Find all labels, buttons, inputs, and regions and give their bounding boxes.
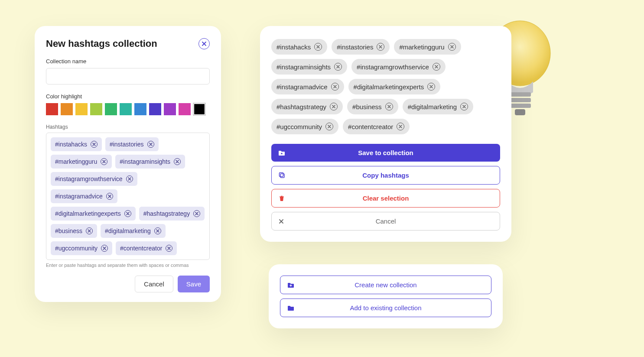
folder-star-icon [278,149,285,156]
copy-hashtags-button[interactable]: Copy hashtags [271,166,500,185]
hashtag-text: #instagraminsights [276,63,331,71]
svg-rect-2 [509,98,531,102]
remove-tag-button[interactable] [331,83,339,91]
hashtag-text: #instagramgrowthservice [357,63,429,71]
selected-hashtag-chip: #ugccommunity [271,119,338,134]
hashtag-text: #business [352,103,382,110]
remove-tag-button[interactable] [448,43,456,51]
selected-hashtag-chip: #instastories [332,39,390,55]
remove-tag-button[interactable] [330,103,338,110]
remove-tag-button[interactable] [433,63,440,71]
name-label: Collection name [46,58,210,65]
remove-tag-button[interactable] [101,245,108,252]
color-swatch[interactable] [179,103,191,115]
collection-name-input[interactable] [46,68,210,84]
save-to-collection-button[interactable]: Save to collection [271,144,500,162]
hashtag-text: #instagramadvice [55,193,103,200]
remove-tag-button[interactable] [377,43,384,51]
hashtag-text: #digitalmarketing [408,103,457,110]
clear-selection-button[interactable]: Clear selection [271,189,500,208]
svg-rect-6 [280,173,283,177]
selected-hashtag-chip: #marketingguru [394,39,461,55]
hashtag-text: #digitalmarketingexperts [55,210,121,217]
remove-tag-button[interactable] [314,43,322,51]
add-to-collection-button[interactable]: Add to existing collection [280,299,491,317]
color-swatch[interactable] [46,103,58,115]
hashtag-text: #hashtagstrategy [276,103,326,110]
selected-hashtag-chip: #hashtagstrategy [271,99,343,114]
hashtag-chip: #digitalmarketing [101,224,166,238]
collection-choice-panel: Create new collection Add to existing co… [269,264,503,328]
create-collection-button[interactable]: Create new collection [280,276,491,294]
svg-rect-4 [515,109,525,115]
selected-hashtag-chip: #instagramadvice [271,79,344,94]
remove-tag-button[interactable] [106,193,113,200]
hashtag-chip: #marketingguru [51,155,112,169]
svg-rect-7 [280,196,284,197]
color-swatch[interactable] [90,103,102,115]
folder-plus-icon [287,282,294,289]
copy-icon [279,172,285,178]
remove-tag-button[interactable] [124,210,131,217]
selection-panel: #instahacks#instastories#marketingguru#i… [260,26,511,242]
hashtag-text: #marketingguru [55,158,97,165]
remove-tag-button[interactable] [385,103,393,110]
svg-rect-8 [281,196,283,197]
color-swatch[interactable] [194,104,205,114]
selected-hashtag-chip: #digitalmarketingexperts [348,79,441,94]
hashtag-chip: #instagramadvice [51,189,117,203]
hashtag-text: #hashtagstrategy [143,210,190,217]
remove-tag-button[interactable] [427,83,435,91]
hashtag-text: #instagraminsights [120,158,170,165]
hashtag-text: #instahacks [55,141,87,148]
remove-tag-button[interactable] [166,245,172,252]
hashtag-text: #digitalmarketingexperts [354,83,424,91]
hashtag-text: #instastories [110,141,144,148]
remove-tag-button[interactable] [397,123,404,130]
selected-hashtag-chip: #business [347,99,398,114]
remove-tag-button[interactable] [101,158,107,165]
hashtag-text: #instahacks [276,43,311,51]
color-swatch[interactable] [134,103,146,115]
hashtag-chip: #contentcreator [116,241,177,255]
remove-tag-button[interactable] [193,210,200,217]
hashtag-text: #marketingguru [399,43,444,51]
selected-hashtag-chip: #instagraminsights [271,59,347,75]
color-swatch[interactable] [164,103,176,115]
save-button[interactable]: Save [178,276,210,292]
hashtag-chip: #instahacks [51,137,102,151]
color-swatch[interactable] [149,103,161,115]
svg-rect-3 [509,104,531,108]
hashtag-text: #business [55,227,82,234]
hashtag-text: #instagramgrowthservice [55,175,123,182]
color-swatch[interactable] [105,103,117,115]
new-collection-modal: New hashtags collection Collection name … [35,26,221,302]
hashtags-input-area[interactable]: #instahacks#instastories#marketingguru#i… [46,133,210,260]
remove-tag-button[interactable] [334,63,342,71]
color-label: Color highlight [46,93,210,100]
selected-hashtag-chip: #instahacks [271,39,327,55]
remove-tag-button[interactable] [174,158,181,165]
remove-tag-button[interactable] [86,227,93,234]
remove-tag-button[interactable] [91,141,98,148]
remove-tag-button[interactable] [147,141,154,148]
hashtag-chip: #instagramgrowthservice [51,172,137,186]
hashtags-label: Hashtags [46,124,210,130]
remove-tag-button[interactable] [154,227,161,234]
remove-tag-button[interactable] [460,103,468,110]
remove-tag-button[interactable] [126,175,133,182]
trash-icon [279,195,285,201]
selected-hashtag-chip: #digitalmarketing [403,99,473,114]
cancel-button[interactable]: Cancel [135,276,173,292]
color-swatch[interactable] [75,103,88,115]
selected-hashtags-area: #instahacks#instastories#marketingguru#i… [271,39,500,134]
folder-icon [287,305,294,312]
hashtag-chip: #digitalmarketingexperts [51,207,136,221]
hashtag-chip: #ugccommunity [51,241,112,255]
remove-tag-button[interactable] [325,123,333,130]
color-swatch[interactable] [61,103,73,115]
hashtag-chip: #business [51,224,97,238]
color-swatch[interactable] [120,103,132,115]
close-button[interactable] [198,38,210,49]
cancel-selection-button[interactable]: Cancel [271,212,500,230]
